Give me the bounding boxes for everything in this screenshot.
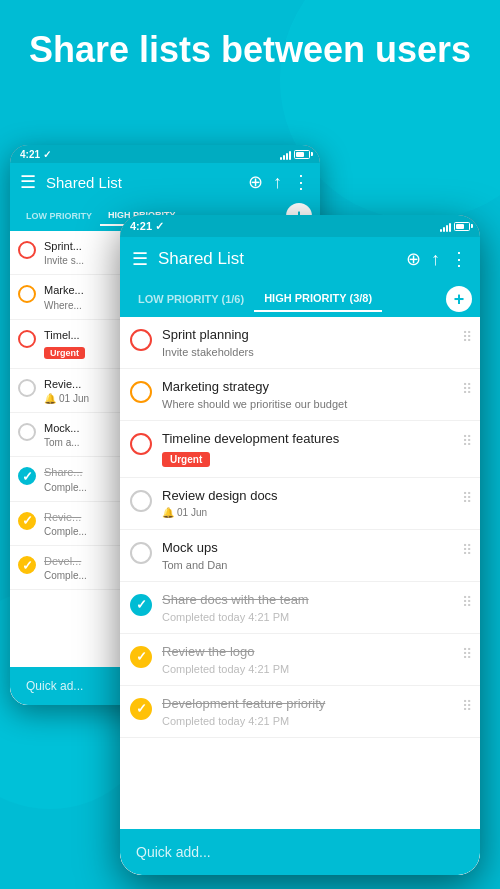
front-drag-6[interactable]: ⠿ <box>462 594 472 610</box>
signal-bar-3 <box>446 225 448 232</box>
front-subtitle-8: Completed today 4:21 PM <box>162 715 456 727</box>
front-subtitle-5: Tom and Dan <box>162 559 456 571</box>
back-app-bar: ☰ Shared List ⊕ ↑ ⋮ <box>10 163 320 201</box>
back-share-icon[interactable]: ↑ <box>273 172 282 193</box>
front-signal-bars <box>440 221 451 232</box>
front-title-7: Review the logo <box>162 644 456 661</box>
front-title-3: Timeline development features <box>162 431 456 448</box>
signal-bar-4 <box>289 151 291 160</box>
front-title-4: Review design docs <box>162 488 456 505</box>
back-more-icon[interactable]: ⋮ <box>292 171 310 193</box>
front-battery-icon <box>454 222 470 231</box>
front-list-item-3[interactable]: Timeline development features Urgent ⠿ <box>120 421 480 478</box>
front-content-4: Review design docs 🔔 01 Jun <box>162 488 456 518</box>
front-circle-1 <box>130 329 152 351</box>
back-battery-icon <box>294 150 310 159</box>
front-subtitle-2: Where should we prioritise our budget <box>162 398 456 410</box>
front-checkmark-8: ✓ <box>136 701 147 716</box>
front-tab-high[interactable]: HIGH PRIORITY (3/8) <box>254 286 382 312</box>
back-status-time: 4:21 ✓ <box>20 149 51 160</box>
front-drag-1[interactable]: ⠿ <box>462 329 472 345</box>
front-app-title: Shared List <box>158 249 396 269</box>
back-item-circle-3 <box>18 330 36 348</box>
front-list-item-5[interactable]: Mock ups Tom and Dan ⠿ <box>120 530 480 582</box>
front-content-5: Mock ups Tom and Dan <box>162 540 456 571</box>
front-drag-5[interactable]: ⠿ <box>462 542 472 558</box>
front-list-item-6[interactable]: ✓ Share docs with the team Completed tod… <box>120 582 480 634</box>
front-content-7: Review the logo Completed today 4:21 PM <box>162 644 456 675</box>
front-circle-4 <box>130 490 152 512</box>
front-more-icon[interactable]: ⋮ <box>450 248 468 270</box>
front-subtitle-7: Completed today 4:21 PM <box>162 663 456 675</box>
back-checkmark-7: ✓ <box>22 513 33 528</box>
front-status-icons <box>440 221 470 232</box>
front-app-bar: ☰ Shared List ⊕ ↑ ⋮ <box>120 237 480 281</box>
front-circle-2 <box>130 381 152 403</box>
front-title-6: Share docs with the team <box>162 592 456 609</box>
front-circle-6: ✓ <box>130 594 152 616</box>
front-list: Sprint planning Invite stakeholders ⠿ Ma… <box>120 317 480 875</box>
front-list-item-4[interactable]: Review design docs 🔔 01 Jun ⠿ <box>120 478 480 530</box>
front-title-8: Development feature priority <box>162 696 456 713</box>
front-status-bar: 4:21 ✓ <box>120 215 480 237</box>
back-item-circle-7: ✓ <box>18 512 36 530</box>
front-list-item-7[interactable]: ✓ Review the logo Completed today 4:21 P… <box>120 634 480 686</box>
front-title-2: Marketing strategy <box>162 379 456 396</box>
front-drag-8[interactable]: ⠿ <box>462 698 472 714</box>
front-urgent-badge: Urgent <box>162 452 210 467</box>
front-content-8: Development feature priority Completed t… <box>162 696 456 727</box>
front-checkmark-6: ✓ <box>136 597 147 612</box>
front-drag-3[interactable]: ⠿ <box>462 433 472 449</box>
front-circle-5 <box>130 542 152 564</box>
back-search-icon[interactable]: ⊕ <box>248 171 263 193</box>
front-drag-2[interactable]: ⠿ <box>462 381 472 397</box>
front-content-6: Share docs with the team Completed today… <box>162 592 456 623</box>
front-drag-7[interactable]: ⠿ <box>462 646 472 662</box>
front-drag-4[interactable]: ⠿ <box>462 490 472 506</box>
front-quick-add[interactable]: Quick add... <box>120 829 480 875</box>
back-status-icons <box>280 149 310 160</box>
front-title-5: Mock ups <box>162 540 456 557</box>
front-tabs: LOW PRIORITY (1/6) HIGH PRIORITY (3/8) + <box>120 281 480 317</box>
front-content-3: Timeline development features Urgent <box>162 431 456 467</box>
front-tab-add[interactable]: + <box>446 286 472 312</box>
phone-front: 4:21 ✓ ☰ Shared List ⊕ ↑ ⋮ LOW PRI <box>120 215 480 875</box>
front-menu-icon[interactable]: ☰ <box>132 248 148 270</box>
front-circle-7: ✓ <box>130 646 152 668</box>
front-phone-screen: 4:21 ✓ ☰ Shared List ⊕ ↑ ⋮ LOW PRI <box>120 215 480 875</box>
back-item-circle-2 <box>18 285 36 303</box>
front-list-item-2[interactable]: Marketing strategy Where should we prior… <box>120 369 480 421</box>
back-tab-low[interactable]: LOW PRIORITY <box>18 207 100 225</box>
signal-bar-4 <box>449 223 451 232</box>
back-item-circle-5 <box>18 423 36 441</box>
hero-title: Share lists between users <box>0 28 500 71</box>
front-circle-3 <box>130 433 152 455</box>
front-list-item-1[interactable]: Sprint planning Invite stakeholders ⠿ <box>120 317 480 369</box>
signal-bar-3 <box>286 153 288 160</box>
front-subtitle-6: Completed today 4:21 PM <box>162 611 456 623</box>
signal-bar-1 <box>440 229 442 232</box>
front-content-1: Sprint planning Invite stakeholders <box>162 327 456 358</box>
front-share-icon[interactable]: ↑ <box>431 249 440 270</box>
signal-bar-1 <box>280 157 282 160</box>
front-content-2: Marketing strategy Where should we prior… <box>162 379 456 410</box>
back-item-circle-4 <box>18 379 36 397</box>
front-subtitle-1: Invite stakeholders <box>162 346 456 358</box>
back-quick-add-label: Quick ad... <box>26 679 83 693</box>
front-circle-8: ✓ <box>130 698 152 720</box>
back-menu-icon[interactable]: ☰ <box>20 171 36 193</box>
signal-bar-2 <box>283 155 285 160</box>
front-date-4: 🔔 01 Jun <box>162 507 456 518</box>
front-list-item-8[interactable]: ✓ Development feature priority Completed… <box>120 686 480 738</box>
signal-bar-2 <box>443 227 445 232</box>
front-search-icon[interactable]: ⊕ <box>406 248 421 270</box>
front-tab-low[interactable]: LOW PRIORITY (1/6) <box>128 287 254 311</box>
back-app-title: Shared List <box>46 174 238 191</box>
back-checkmark-8: ✓ <box>22 558 33 573</box>
back-signal-bars <box>280 149 291 160</box>
back-status-bar: 4:21 ✓ <box>10 145 320 163</box>
back-checkmark-6: ✓ <box>22 469 33 484</box>
back-urgent-badge: Urgent <box>44 347 85 359</box>
front-status-time: 4:21 ✓ <box>130 220 164 233</box>
back-item-circle-1 <box>18 241 36 259</box>
